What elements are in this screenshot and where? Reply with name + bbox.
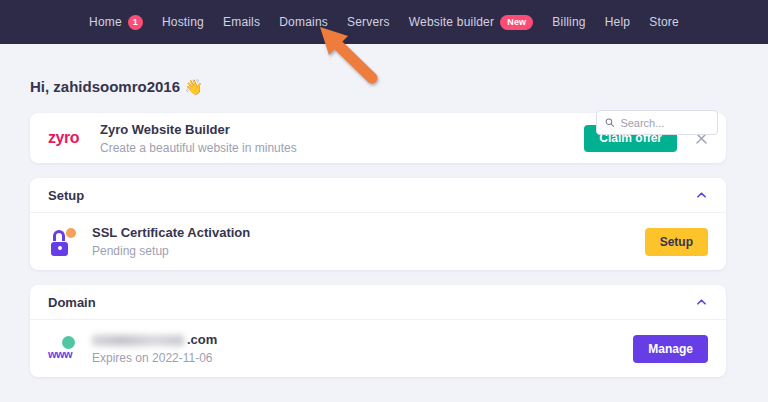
lock-notification-dot [66,228,76,238]
nav-item-label: Emails [223,15,260,29]
ssl-title: SSL Certificate Activation [92,225,645,240]
collapse-setup-button[interactable] [695,190,708,200]
nav-item-home[interactable]: Home 1 [89,15,143,30]
nav-item-label: Help [605,15,630,29]
promo-subtitle: Create a beautiful website in minutes [100,141,584,155]
nav-item-label: Hosting [162,15,204,29]
setup-section-header: Setup [30,178,726,213]
nav-item-help[interactable]: Help [605,15,630,29]
nav-item-hosting[interactable]: Hosting [162,15,204,29]
domain-section-header: Domain [30,285,726,320]
domain-section-card: Domain www .com Expires on 2022-11-06 Ma… [30,285,726,377]
domain-name: .com [92,332,633,347]
main-content: Hi, zahidsoomro2016 👋 zyro Zyro Website … [0,78,768,377]
top-navbar: Home 1 Hosting Emails Domains Servers We… [0,0,768,44]
nav-item-label: Home [89,15,122,29]
ssl-lock-icon [48,227,78,257]
zyro-logo: zyro [48,129,100,147]
collapse-domain-button[interactable] [695,297,708,307]
nav-item-label: Store [649,15,679,29]
promo-text: Zyro Website Builder Create a beautiful … [100,122,584,155]
promo-title: Zyro Website Builder [100,122,584,137]
chevron-up-icon [697,299,706,305]
ssl-status: Pending setup [92,244,645,258]
nav-item-website-builder[interactable]: Website builder New [409,15,534,30]
nav-item-label: Website builder [409,15,495,29]
nav-item-emails[interactable]: Emails [223,15,260,29]
search-input[interactable] [620,117,709,129]
domain-name-redacted [92,335,184,346]
setup-section-card: Setup SSL Certificate Activation Pending… [30,178,726,270]
domain-text: .com Expires on 2022-11-06 [92,332,633,365]
ssl-setup-row: SSL Certificate Activation Pending setup… [30,213,726,270]
chevron-up-icon [697,192,706,198]
setup-section-title: Setup [48,188,84,203]
manage-domain-button[interactable]: Manage [633,335,708,363]
nav-item-billing[interactable]: Billing [552,15,585,29]
www-globe-icon: www [48,334,78,364]
domain-section-title: Domain [48,295,96,310]
nav-item-label: Billing [552,15,585,29]
search-icon [605,117,614,128]
ssl-text: SSL Certificate Activation Pending setup [92,225,645,258]
search-box [596,110,718,135]
nav-item-store[interactable]: Store [649,15,679,29]
new-badge: New [500,15,533,30]
pointer-arrow-icon [312,24,384,86]
domain-row: www .com Expires on 2022-11-06 Manage [30,320,726,377]
ssl-setup-button[interactable]: Setup [645,228,708,256]
notification-count-badge: 1 [128,15,143,30]
domain-expiry: Expires on 2022-11-06 [92,351,633,365]
